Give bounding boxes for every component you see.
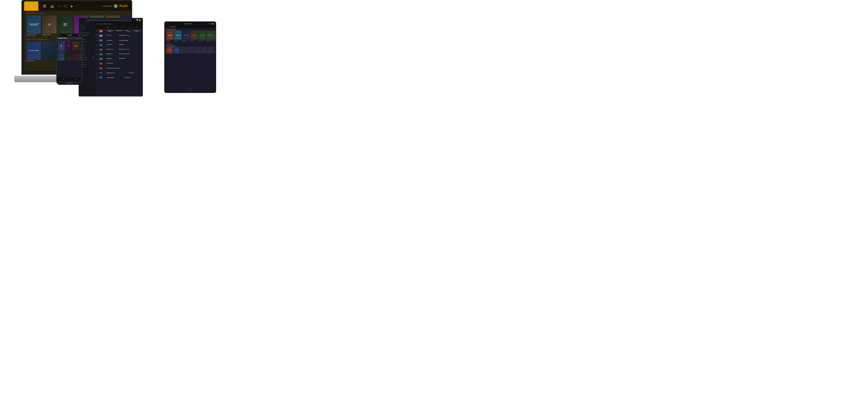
- list-item[interactable]: Premier League: [173, 47, 180, 54]
- ipad-upcoming-label: My Upcoming Shows: [165, 45, 215, 47]
- channel-number: 712: [96, 63, 99, 64]
- list-item[interactable]: [208, 47, 214, 54]
- program-title: Extra NEW: [106, 35, 117, 36]
- table-row: 703 NBC Extra NEW Access Hollywood NEW S…: [95, 33, 142, 38]
- sidebar-item-settings[interactable]: ⚙ Settings: [79, 27, 95, 30]
- ipad-nav-icon2: ⚙: [168, 26, 168, 27]
- channels-dropdown[interactable]: Channels: [107, 23, 112, 25]
- list-item[interactable]: [187, 47, 193, 54]
- signal-icon: ↑↓: [133, 19, 134, 21]
- program-cell[interactable]: Check, Please! Bay Area: [118, 53, 142, 56]
- list-item[interactable]: [72, 53, 78, 61]
- next-arrow[interactable]: ›: [141, 23, 141, 25]
- time-slots: 7:00pm 7:30pm 8:00pm 8:30pm 9:00pm: [106, 26, 142, 29]
- tv-icon[interactable]: 📺: [51, 4, 54, 8]
- list-item[interactable]: [180, 47, 186, 54]
- program-cell[interactable]: [122, 62, 142, 65]
- list-item[interactable]: [58, 53, 64, 61]
- forward-button[interactable]: ›: [82, 20, 82, 21]
- ipad-subnav: ◎ ⚙ Program Guide: [165, 25, 215, 28]
- photos-icon[interactable]: ⬡: [64, 4, 67, 8]
- ipad-nav-guide[interactable]: Program Guide: [170, 26, 176, 27]
- browse-tab[interactable]: Browse: [74, 79, 77, 80]
- program-title: NHL Hockey: [125, 77, 142, 78]
- list-item[interactable]: THE LATE LATE SHOWJAMES CORDEN The Late …: [27, 16, 41, 36]
- list-item[interactable]: El El y Lazaro El El y Lazaro Episode 29…: [182, 30, 190, 42]
- ipad-screen: ‹ ↑↓ Program Guide 12:35 PM ◎ ⚙ Program …: [165, 22, 215, 92]
- list-item[interactable]: Martha Martha Stewart - Q... Today at 11…: [214, 30, 215, 42]
- channel-number: 711: [96, 58, 99, 60]
- settings-icon[interactable]: ⚙: [135, 19, 136, 21]
- user-avatar[interactable]: [139, 19, 141, 21]
- program-cell[interactable]: NHL Hockey: [128, 72, 142, 74]
- list-item[interactable]: [79, 53, 82, 61]
- program-cell[interactable]: Sharks Pregame: [106, 76, 124, 79]
- program-cell[interactable]: NHL Hockey: [124, 76, 142, 79]
- back-button[interactable]: ‹: [81, 20, 81, 21]
- program-cell[interactable]: Inside Edition: [106, 39, 118, 41]
- list-item[interactable]: [42, 42, 57, 60]
- program-cell[interactable]: Gotham S4 · E18 NEW: [124, 30, 133, 32]
- program-cell[interactable]: Wheel of Fortune NEW S35 · E154: [118, 48, 142, 51]
- program-cell[interactable]: Family Feud S19 · S26: [106, 43, 118, 46]
- tablet-mac: ‹ › ⌂ ↑↓ ⚙ ⬜ MANAGE ◎ Status ⚙: [79, 18, 143, 96]
- show-thumbnail: José Joel: [198, 30, 206, 40]
- program-cell[interactable]: Showtime at the A... S1 · E7 NEW: [132, 30, 142, 32]
- movies-icon[interactable]: 🎬: [43, 4, 46, 8]
- program-cell[interactable]: Martha Bakes S8 · E10: [106, 53, 118, 56]
- ipad-upcoming-cards: The Goldbergs Premier League: [165, 47, 215, 54]
- program-cell[interactable]: The Goldbergs: [118, 58, 142, 60]
- list-item[interactable]: José Joel José Joel, el prínc... Episode…: [198, 30, 206, 42]
- video-icon[interactable]: ▶: [71, 4, 73, 8]
- music-icon[interactable]: ♪: [58, 4, 60, 8]
- list-item[interactable]: THEBACHELOR The Bachelor S22 · E11 Today…: [166, 30, 174, 42]
- list-item[interactable]: [201, 47, 207, 54]
- status-indicator: [105, 23, 106, 25]
- home-icon[interactable]: ⌂: [84, 20, 84, 21]
- ipad-back-icon[interactable]: ‹: [166, 23, 166, 25]
- program-cell[interactable]: Access Hollywood NEW S22 · E184: [118, 34, 142, 37]
- ipad-nav-left: ‹ ↑↓: [166, 23, 168, 25]
- search-icon[interactable]: ⊞: [78, 37, 79, 39]
- prev-arrow[interactable]: ‹: [140, 23, 140, 25]
- program-cell[interactable]: The Goldbergs S3 · E1: [106, 62, 122, 65]
- show-thumbnail: The Voice: [174, 30, 182, 40]
- program-cell[interactable]: Jeopardy! NEW: [106, 48, 118, 51]
- program-info: S8 · E10: [106, 54, 117, 55]
- list-item[interactable]: bl: [80, 42, 82, 51]
- list-item[interactable]: [215, 47, 215, 54]
- program-cell[interactable]: Entertainment Tonight: [118, 39, 142, 41]
- discover-tab[interactable]: Discover: [61, 79, 65, 80]
- program-cells: Sharks Pregame NHL Hockey: [106, 76, 142, 79]
- table-row: 712 CULI The Goldbergs S3 · E1: [95, 61, 142, 66]
- list-item[interactable]: [65, 53, 71, 61]
- list-item[interactable]: [194, 47, 200, 54]
- list-item[interactable]: La Hija La Hija Episode 29-26: [190, 30, 198, 42]
- search-bar[interactable]: [86, 19, 131, 21]
- program-cell[interactable]: Blue Bloods S2 · E17: [106, 58, 118, 60]
- program-cell[interactable]: The Big Bang Theory S4 · E6 HD: [106, 30, 115, 32]
- program-cell[interactable]: Extra NEW: [106, 34, 118, 37]
- menu-icon[interactable]: ≡: [80, 37, 81, 39]
- list-item[interactable]: THE LATE LATE SHOW The Late Late...: [27, 42, 41, 61]
- program-cell[interactable]: The Big Bang Theory NEW S7 · E17: [115, 30, 124, 32]
- list-item[interactable]: Washing-tonChef: [58, 42, 65, 51]
- ipad-home-button[interactable]: [189, 88, 192, 91]
- sidebar-item-status[interactable]: ◎ Status: [79, 25, 95, 27]
- home-nav-icon[interactable]: ⌂: [24, 1, 38, 11]
- program-cell[interactable]: MLB Baseball NEW: [106, 72, 128, 74]
- list-item[interactable]: modernfamily Modern Family Lake Life: [42, 16, 57, 36]
- list-item[interactable]: ONCE: [65, 42, 72, 51]
- ipad-signal-icon: ↑↓: [167, 23, 168, 24]
- user-avatar[interactable]: L: [114, 4, 118, 8]
- program-cells: Extra NEW Access Hollywood NEW S22 · E18…: [106, 34, 142, 37]
- program-cell[interactable]: Judge Judy S22 · E57: [118, 43, 142, 46]
- program-info: S19 · S26: [106, 45, 117, 46]
- list-item[interactable]: The Goldbergs: [166, 47, 173, 54]
- program-info: S4 · E18 NEW: [125, 31, 132, 32]
- program-cell[interactable]: ABC7 News on KOFY 7PM NEW: [106, 67, 142, 69]
- list-item[interactable]: Nightly Business Nightly Business R... T…: [206, 30, 214, 42]
- show-title: The Late Late Sh...: [27, 34, 41, 35]
- list-item[interactable]: BrooklynNine: [72, 42, 79, 51]
- list-item[interactable]: The Voice The Voice S14 · E4 Today at 11…: [174, 30, 182, 42]
